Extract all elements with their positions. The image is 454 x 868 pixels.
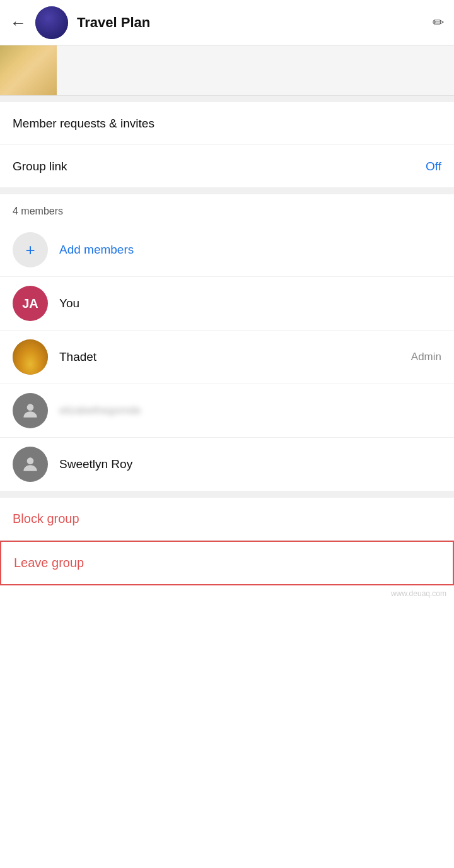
- member-name: Thadet: [59, 350, 411, 364]
- add-plus-icon: +: [25, 242, 35, 258]
- member-requests-label: Member requests & invites: [13, 117, 441, 131]
- add-members-circle: +: [13, 232, 48, 267]
- action-section: Block group Leave group: [0, 491, 454, 585]
- member-name: Sweetlyn Roy: [59, 457, 441, 471]
- member-row[interactable]: Sweetlyn Roy: [0, 438, 454, 491]
- group-link-label: Group link: [13, 160, 426, 173]
- members-section: 4 members + Add members JA You Thadet Ad…: [0, 194, 454, 491]
- leave-group-button[interactable]: Leave group: [0, 541, 454, 585]
- block-group-button[interactable]: Block group: [0, 498, 454, 541]
- svg-point-1: [27, 457, 34, 464]
- person-icon: [20, 454, 40, 474]
- avatar: [13, 447, 48, 482]
- section-divider-2: [0, 188, 454, 194]
- edit-icon[interactable]: ✏: [433, 15, 444, 31]
- avatar: JA: [13, 286, 48, 321]
- member-requests-row[interactable]: Member requests & invites: [0, 102, 454, 145]
- back-button[interactable]: ←: [10, 15, 26, 31]
- members-count: 4 members: [0, 194, 454, 223]
- page-title: Travel Plan: [77, 15, 433, 31]
- member-row[interactable]: JA You: [0, 277, 454, 331]
- group-image-thumb: [0, 45, 57, 96]
- avatar: [13, 393, 48, 428]
- header: ← Travel Plan ✏: [0, 0, 454, 45]
- group-link-row[interactable]: Group link Off: [0, 145, 454, 188]
- watermark: www.deuaq.com: [0, 585, 454, 602]
- image-preview-row: [0, 45, 454, 96]
- person-icon: [20, 401, 40, 421]
- member-name: You: [59, 296, 441, 310]
- add-members-row[interactable]: + Add members: [0, 223, 454, 277]
- section-divider-1: [0, 96, 454, 102]
- svg-point-0: [27, 404, 34, 411]
- avatar: [13, 339, 48, 375]
- member-name-blurred: elizabethegomde: [59, 404, 441, 417]
- group-link-value: Off: [426, 160, 441, 173]
- avatar-initials: JA: [22, 296, 38, 311]
- group-avatar: [35, 6, 68, 39]
- member-row[interactable]: Thadet Admin: [0, 331, 454, 384]
- member-role: Admin: [411, 351, 441, 363]
- member-row[interactable]: elizabethegomde: [0, 384, 454, 438]
- add-members-label: Add members: [59, 243, 134, 257]
